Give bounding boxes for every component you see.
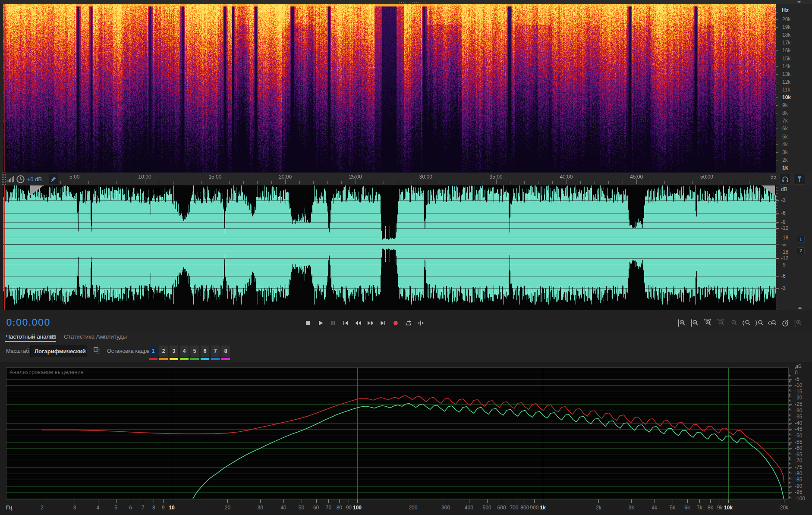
frequency-tick xyxy=(776,74,778,75)
zoom-out-vertical-button[interactable] xyxy=(690,319,699,327)
frequency-tick xyxy=(776,121,778,121)
spectrogram-view[interactable] xyxy=(3,4,776,173)
plot-x-label: 8k xyxy=(708,505,713,511)
gain-readout[interactable]: +0 dB xyxy=(27,176,42,182)
play-button[interactable] xyxy=(315,318,326,328)
hold-frame-button-7[interactable]: 7 xyxy=(211,345,220,357)
amplitude-db-label: -18 xyxy=(781,235,788,241)
loop-playback-button[interactable] xyxy=(403,318,413,328)
zoom-in-vertical-button[interactable] xyxy=(677,319,686,327)
skip-to-end-button[interactable] xyxy=(378,318,388,328)
frequency-tick xyxy=(776,105,778,106)
plot-x-label: 3k xyxy=(629,505,634,511)
restore-zoom-button[interactable] xyxy=(781,319,790,327)
zoom-in-horizontal-button[interactable] xyxy=(703,319,712,327)
plot-x-label: 70 xyxy=(326,505,331,511)
snap-pin-button[interactable] xyxy=(49,174,58,184)
ruler-time-label: 25:00 xyxy=(349,174,362,180)
hold-frame-button-1[interactable]: 1 xyxy=(149,345,157,357)
panel-hamburger-icon[interactable] xyxy=(50,334,57,339)
zoom-reset-button[interactable] xyxy=(729,319,738,327)
panel-top-strip xyxy=(0,0,812,4)
stop-button[interactable] xyxy=(303,318,313,328)
plot-x-label: 7 xyxy=(142,505,145,511)
pause-button[interactable] xyxy=(328,318,338,328)
fast-forward-button[interactable] xyxy=(365,318,376,328)
plot-db-label: -85 xyxy=(795,477,802,483)
tab-amplitude-statistics[interactable]: Статистика Амплитуды xyxy=(64,333,127,340)
ruler-left-controls: +0 dB xyxy=(0,173,58,185)
playhead[interactable] xyxy=(4,185,5,310)
transport-bar: 0:00.000 xyxy=(0,310,812,330)
zoom-to-selection-button[interactable] xyxy=(768,319,777,327)
skip-selection-button[interactable] xyxy=(415,318,426,328)
hold-frame-button-2[interactable]: 2 xyxy=(159,345,168,357)
plot-db-label: -75 xyxy=(795,464,802,470)
hold-frame-color-swatch xyxy=(190,358,199,360)
frequency-tick-label: 1k xyxy=(782,165,788,171)
plot-db-label: -90 xyxy=(795,483,802,489)
selection-handle-right[interactable] xyxy=(761,185,775,195)
channel-1-badge[interactable]: 1 xyxy=(797,236,805,243)
tab-frequency-analysis[interactable]: Частотный анализ xyxy=(6,333,56,340)
clock-icon[interactable] xyxy=(16,175,25,184)
skip-to-start-button[interactable] xyxy=(340,318,351,328)
scroll-up-arrow[interactable] xyxy=(798,307,802,309)
panel-menu-icon[interactable] xyxy=(797,1,801,3)
plot-x-label: 7k xyxy=(697,505,702,511)
waveform-canvas[interactable] xyxy=(3,185,776,310)
timeline-ruler[interactable]: 5:0010:0015:0020:0025:0030:0035:0040:004… xyxy=(0,173,812,185)
channel-2-badge[interactable]: 2 xyxy=(797,247,805,254)
frequency-tick xyxy=(776,35,778,35)
amplitude-db-label: -12 xyxy=(781,255,788,261)
record-button[interactable] xyxy=(390,318,401,328)
plot-x-label: 300 xyxy=(441,505,450,511)
frequency-tick-label: 6k xyxy=(782,126,788,132)
audition-app: Hz 20k19k18k17k16k15k14k13k12k11k10k9k8k… xyxy=(0,0,812,515)
spectrogram-playhead xyxy=(4,4,5,173)
zoom-out-horizontal-button[interactable] xyxy=(716,319,725,327)
hold-frame-button-6[interactable]: 6 xyxy=(201,345,209,357)
solo-headphones-button[interactable] xyxy=(779,174,791,185)
zoom-to-in-point-button[interactable] xyxy=(742,319,751,327)
ruler-time-label: 35:00 xyxy=(490,174,503,180)
plot-db-label: -45 xyxy=(795,426,802,432)
frequency-tick xyxy=(776,43,778,43)
solo-headphones-icon xyxy=(781,176,789,183)
frequency-tick-label: 18k xyxy=(782,32,790,38)
plot-x-label: 2k xyxy=(596,505,601,511)
ruler-time-label: 15:00 xyxy=(208,174,221,180)
waveform-view[interactable] xyxy=(0,185,812,310)
time-display[interactable]: 0:00.000 xyxy=(6,317,50,328)
scale-dropdown[interactable]: Логарифмический xyxy=(30,345,87,357)
panel-drag-handle[interactable] xyxy=(398,1,426,3)
zoom-to-out-point-button[interactable] xyxy=(755,319,764,327)
plot-x-ticks xyxy=(6,499,789,504)
pin-marker-button[interactable] xyxy=(793,174,805,185)
ruler-grip-handle[interactable] xyxy=(1,173,6,185)
gain-unit: dB xyxy=(35,176,42,182)
zoom-full-button[interactable] xyxy=(794,319,803,327)
pin-icon xyxy=(50,176,57,182)
spectrogram-canvas[interactable] xyxy=(3,4,776,173)
copy-frame-icon[interactable] xyxy=(93,346,101,355)
selection-handle-left[interactable] xyxy=(30,185,44,195)
chevron-down-icon xyxy=(80,351,83,352)
hold-frame-button-8[interactable]: 8 xyxy=(221,345,230,357)
ruler-time-label: 40:00 xyxy=(560,174,573,180)
plot-x-label: 400 xyxy=(465,505,473,511)
transport-buttons xyxy=(303,318,426,328)
plot-x-label: 2 xyxy=(41,505,44,511)
hold-frame-button-4[interactable]: 4 xyxy=(180,345,189,357)
plot-x-label: 4 xyxy=(97,505,100,511)
plot-x-label: 10k xyxy=(724,505,733,511)
hold-frame-button-3[interactable]: 3 xyxy=(170,345,178,357)
rewind-button[interactable] xyxy=(353,318,363,328)
frequency-tick xyxy=(776,27,778,28)
hold-frame-button-5[interactable]: 5 xyxy=(190,345,199,357)
hold-frame-label: Остановка кадра: xyxy=(107,348,151,354)
plot-x-label: 5 xyxy=(114,505,117,511)
ruler-time-label: 10:00 xyxy=(138,174,151,180)
level-meter-icon[interactable] xyxy=(7,176,14,182)
amplitude-db-label: -12 xyxy=(781,225,788,231)
